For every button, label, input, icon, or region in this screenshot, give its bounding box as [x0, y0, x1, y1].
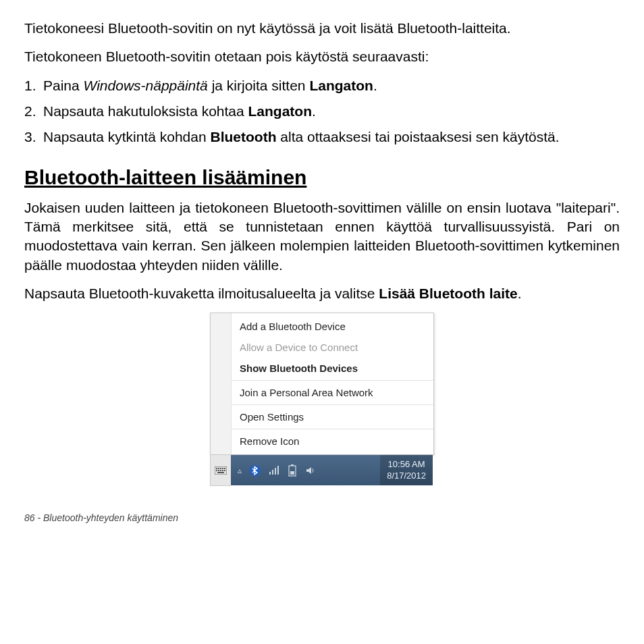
menu-item-show-devices[interactable]: Show Bluetooth Devices	[232, 358, 433, 379]
menu-separator	[232, 429, 433, 429]
text: alta ottaaksesi tai poistaaksesi sen käy…	[276, 129, 559, 144]
text: .	[373, 78, 377, 93]
list-item: 2. Napsauta hakutuloksista kohtaa Langat…	[24, 102, 620, 121]
text: Paina	[43, 78, 84, 93]
list-number: 1.	[24, 76, 43, 95]
bluetooth-icon[interactable]	[250, 465, 261, 476]
text: .	[518, 286, 522, 301]
svg-rect-13	[269, 472, 271, 475]
menu-items: Add a Bluetooth Device Allow a Device to…	[232, 313, 433, 454]
intro-paragraph-1: Tietokoneesi Bluetooth-sovitin on nyt kä…	[24, 19, 620, 38]
svg-rect-2	[218, 468, 219, 469]
text: ja kirjoita sitten	[208, 78, 310, 93]
disable-steps-list: 1. Paina Windows-näppäintä ja kirjoita s…	[24, 76, 620, 147]
list-body: Napsauta kytkintä kohdan Bluetooth alta …	[43, 128, 620, 146]
screenshot-figure: Add a Bluetooth Device Allow a Device to…	[24, 313, 620, 485]
list-item: 3. Napsauta kytkintä kohdan Bluetooth al…	[24, 128, 620, 146]
menu-item-allow-connect: Allow a Device to Connect	[232, 337, 433, 358]
taskbar: ▵ 10:56 AM 8/17/2012	[210, 455, 433, 485]
text: Napsauta kytkintä kohdan	[43, 129, 211, 144]
svg-rect-9	[222, 470, 223, 471]
bluetooth-label: Bluetooth	[211, 129, 277, 144]
menu-item-join-pan[interactable]: Join a Personal Area Network	[232, 382, 433, 403]
svg-rect-3	[220, 468, 221, 469]
section-heading: Bluetooth-laitteen lisääminen	[24, 166, 620, 189]
svg-rect-11	[217, 472, 224, 473]
figure-inner: Add a Bluetooth Device Allow a Device to…	[210, 313, 434, 485]
clock-time: 10:56 AM	[387, 459, 426, 471]
menu-item-add-device[interactable]: Add a Bluetooth Device	[232, 316, 433, 337]
svg-rect-5	[224, 468, 225, 469]
menu-icon-gutter	[211, 313, 232, 454]
add-device-label: Lisää Bluetooth laite	[379, 286, 517, 301]
text: Napsauta Bluetooth-kuvaketta ilmoitusalu…	[24, 286, 379, 301]
intro-paragraph-2: Tietokoneen Bluetooth-sovitin otetaan po…	[24, 47, 620, 66]
wireless-label: Langaton	[309, 78, 373, 93]
tray-icons: ▵	[231, 464, 316, 477]
text: .	[312, 103, 316, 119]
list-number: 3.	[24, 128, 43, 146]
network-icon[interactable]	[269, 465, 279, 476]
volume-icon[interactable]	[305, 465, 316, 476]
list-item: 1. Paina Windows-näppäintä ja kirjoita s…	[24, 76, 620, 95]
page-footer: 86 - Bluetooth-yhteyden käyttäminen	[24, 512, 620, 523]
text: Napsauta hakutuloksista kohtaa	[43, 103, 248, 119]
menu-separator	[232, 404, 433, 405]
svg-rect-16	[277, 466, 279, 475]
pairing-paragraph: Jokaisen uuden laitteen ja tietokoneen B…	[24, 198, 620, 275]
tray-expand-icon[interactable]: ▵	[238, 466, 242, 475]
keyboard-icon[interactable]	[210, 454, 231, 486]
menu-item-remove-icon[interactable]: Remove Icon	[232, 431, 433, 452]
instruction-paragraph: Napsauta Bluetooth-kuvaketta ilmoitusalu…	[24, 284, 620, 303]
menu-separator	[232, 380, 433, 381]
list-number: 2.	[24, 102, 43, 121]
svg-rect-8	[220, 470, 221, 471]
list-body: Paina Windows-näppäintä ja kirjoita sitt…	[43, 76, 620, 95]
svg-rect-4	[222, 468, 223, 469]
svg-rect-15	[275, 468, 276, 475]
wireless-label: Langaton	[248, 103, 313, 119]
svg-rect-7	[218, 470, 219, 471]
bluetooth-context-menu: Add a Bluetooth Device Allow a Device to…	[210, 313, 434, 455]
windows-key-text: Windows-näppäintä	[84, 78, 208, 93]
svg-rect-1	[216, 468, 217, 469]
taskbar-clock[interactable]: 10:56 AM 8/17/2012	[380, 455, 433, 485]
menu-item-open-settings[interactable]: Open Settings	[232, 406, 433, 427]
svg-rect-14	[272, 470, 273, 475]
svg-rect-10	[224, 470, 225, 471]
clock-date: 8/17/2012	[387, 471, 426, 482]
list-body: Napsauta hakutuloksista kohtaa Langaton.	[43, 102, 620, 121]
svg-rect-19	[290, 471, 294, 475]
svg-rect-6	[216, 470, 217, 471]
battery-icon[interactable]	[288, 464, 297, 477]
